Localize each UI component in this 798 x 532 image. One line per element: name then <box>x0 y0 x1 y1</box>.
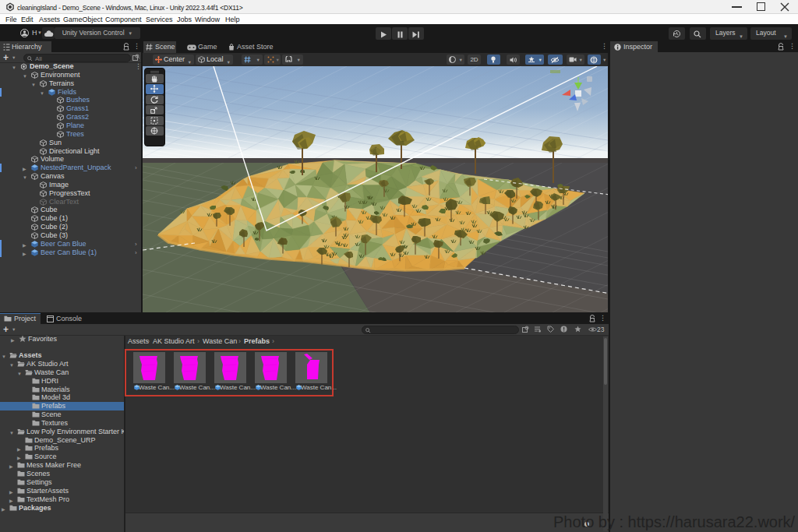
svg-text:Persp: Persp <box>570 116 584 122</box>
